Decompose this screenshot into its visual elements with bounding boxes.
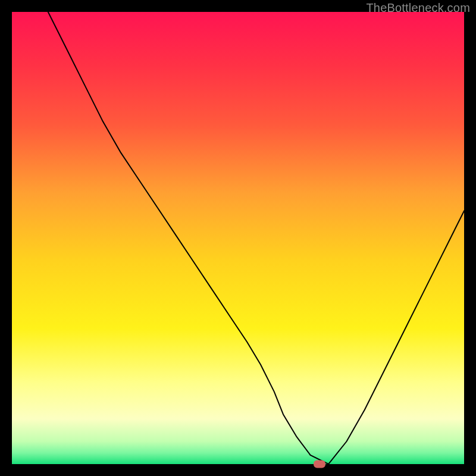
plot-area bbox=[12, 12, 464, 464]
bottleneck-curve bbox=[12, 12, 464, 464]
chart-frame: TheBottleneck.com bbox=[0, 0, 476, 476]
optimal-point-marker bbox=[314, 461, 325, 468]
